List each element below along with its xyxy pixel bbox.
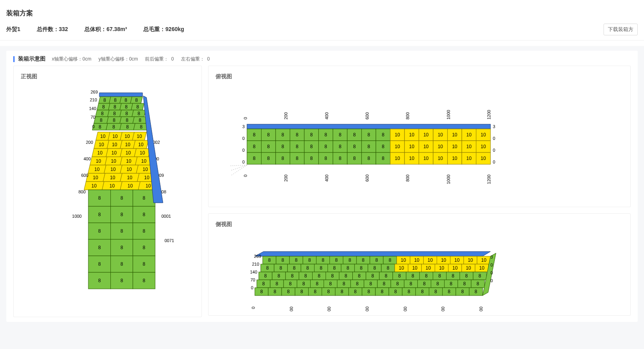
svg-text:8: 8: [280, 265, 282, 271]
svg-text:8: 8: [126, 118, 128, 123]
svg-text:8: 8: [266, 265, 269, 271]
page-title: 装箱方案: [0, 0, 644, 24]
svg-text:8: 8: [412, 273, 414, 279]
svg-text:8: 8: [289, 281, 292, 287]
svg-text:10: 10: [401, 257, 406, 263]
svg-text:8: 8: [98, 278, 101, 283]
svg-text:1000: 1000: [441, 307, 445, 311]
svg-text:3: 3: [490, 255, 493, 259]
svg-text:10: 10: [466, 265, 471, 271]
svg-text:8: 8: [121, 228, 123, 234]
total-volume-value: 67.38m³: [106, 26, 127, 32]
lr-offset: 左右偏重： 0: [181, 56, 210, 62]
svg-text:8: 8: [324, 144, 327, 149]
svg-text:8: 8: [408, 289, 410, 294]
svg-text:8: 8: [267, 132, 270, 138]
svg-text:8: 8: [310, 156, 313, 161]
svg-text:8: 8: [348, 257, 351, 263]
section-head: 装箱示意图 x轴重心偏移：0cm y轴重心偏移：0cm 前后偏重： 0 左右偏重…: [13, 55, 631, 62]
svg-text:8: 8: [143, 195, 145, 201]
svg-text:8: 8: [291, 273, 294, 279]
svg-text:140: 140: [89, 106, 96, 111]
svg-text:8: 8: [253, 132, 256, 138]
total-pieces-label: 总件数：: [37, 26, 59, 32]
svg-text:8: 8: [121, 195, 123, 201]
svg-text:10: 10: [126, 158, 132, 164]
svg-text:8: 8: [358, 273, 361, 279]
svg-text:8: 8: [267, 144, 270, 149]
svg-text:1000: 1000: [72, 214, 82, 219]
svg-text:10: 10: [111, 158, 117, 164]
svg-text:0: 0: [490, 263, 493, 267]
svg-text:8: 8: [381, 289, 384, 294]
svg-text:0: 0: [242, 136, 245, 141]
svg-text:8: 8: [253, 156, 256, 161]
svg-text:10: 10: [97, 150, 103, 156]
svg-text:8: 8: [99, 124, 101, 130]
svg-text:8: 8: [353, 132, 356, 138]
svg-text:200: 200: [289, 307, 294, 311]
front-view-title: 正视图: [21, 73, 194, 80]
svg-text:8: 8: [98, 212, 101, 217]
svg-text:1000: 1000: [446, 174, 451, 184]
svg-text:8: 8: [293, 265, 296, 271]
svg-text:8: 8: [98, 228, 101, 234]
front-view-card: 正视图 88888888888888888888 101010101010101…: [13, 66, 202, 317]
content-area: 装箱示意图 x轴重心偏移：0cm y轴重心偏移：0cm 前后偏重： 0 左右偏重…: [0, 46, 644, 349]
svg-text:8: 8: [282, 257, 284, 263]
svg-text:8: 8: [382, 132, 384, 138]
svg-text:0: 0: [92, 124, 95, 129]
svg-text:8: 8: [324, 132, 327, 138]
svg-text:8: 8: [308, 257, 311, 263]
svg-text:8: 8: [114, 97, 117, 103]
svg-text:0: 0: [493, 160, 495, 164]
svg-text:8: 8: [346, 265, 349, 271]
svg-line-277: [230, 165, 247, 166]
svg-text:0: 0: [493, 148, 495, 152]
svg-text:10: 10: [110, 175, 115, 180]
svg-text:8: 8: [112, 124, 115, 130]
accent-bar-icon: [13, 56, 15, 62]
svg-text:10: 10: [143, 167, 148, 172]
svg-text:10: 10: [91, 183, 97, 189]
svg-text:8: 8: [329, 281, 332, 287]
y-offset: y轴重心偏移：0cm: [99, 56, 138, 62]
total-weight-label: 总毛重：: [143, 26, 165, 32]
svg-text:600: 600: [365, 112, 370, 119]
download-button[interactable]: 下载装箱方: [604, 24, 638, 35]
svg-text:10: 10: [395, 144, 400, 149]
svg-text:8: 8: [262, 281, 265, 287]
svg-text:8: 8: [121, 278, 123, 283]
svg-text:400: 400: [84, 156, 91, 161]
svg-text:8: 8: [331, 273, 334, 279]
svg-text:10: 10: [94, 167, 100, 172]
svg-text:10: 10: [409, 132, 415, 138]
y-offset-value: 0cm: [129, 56, 138, 62]
svg-text:1200: 1200: [487, 174, 491, 184]
svg-text:0: 0: [490, 278, 493, 283]
summary-bar: 外贸1 总件数：332 总体积：67.38m³ 总毛重：9260kg 下载装箱方: [0, 24, 644, 40]
svg-text:10: 10: [439, 265, 445, 271]
svg-text:8: 8: [353, 156, 356, 161]
svg-text:10: 10: [395, 156, 400, 161]
svg-text:8: 8: [394, 289, 397, 294]
svg-text:1200: 1200: [487, 110, 491, 119]
svg-text:8: 8: [383, 281, 386, 287]
svg-text:10: 10: [452, 132, 457, 138]
svg-text:8: 8: [438, 273, 441, 279]
svg-text:10: 10: [110, 167, 116, 172]
svg-text:8: 8: [389, 257, 392, 263]
svg-text:10: 10: [467, 132, 472, 138]
svg-text:3: 3: [242, 124, 245, 129]
svg-text:210: 210: [252, 262, 259, 266]
svg-text:8: 8: [98, 245, 101, 250]
svg-text:8: 8: [98, 195, 101, 201]
svg-text:10: 10: [423, 156, 429, 161]
svg-text:8: 8: [368, 144, 370, 149]
svg-text:10: 10: [144, 175, 150, 180]
svg-text:8: 8: [339, 144, 342, 149]
svg-rect-157: [247, 124, 490, 129]
svg-text:8: 8: [121, 245, 123, 250]
svg-text:8: 8: [282, 132, 284, 138]
svg-text:10: 10: [481, 132, 486, 138]
